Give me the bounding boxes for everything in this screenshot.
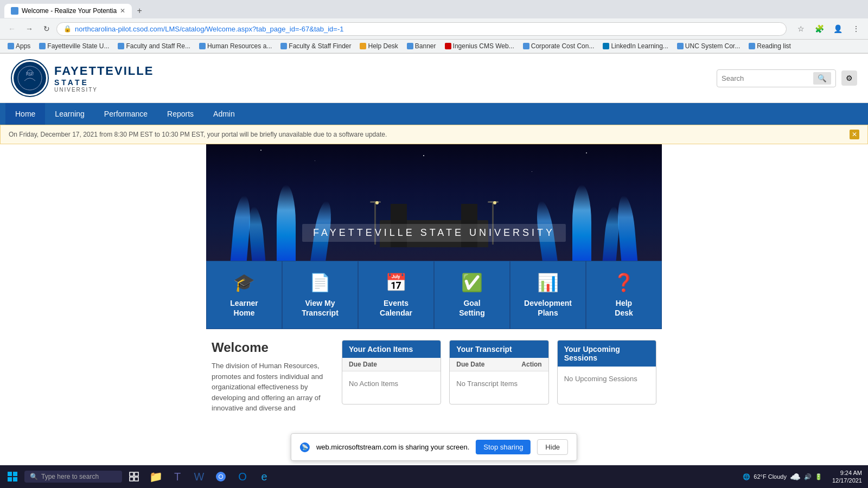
transcript-due-col: Due Date (456, 361, 484, 368)
start-button[interactable] (3, 467, 22, 486)
bookmark-hr[interactable]: Human Resources a... (196, 41, 275, 51)
extensions-button[interactable]: 🧩 (812, 21, 827, 36)
light-glow-r (493, 201, 496, 204)
bookmark-label: Corporate Cost Con... (531, 42, 595, 50)
bookmark-reading-list[interactable]: Reading list (745, 41, 794, 51)
main-nav: Home Learning Performance Reports Admin (0, 103, 868, 125)
settings-button[interactable]: ⚙ (841, 70, 857, 86)
events-calendar-button[interactable]: 📅 EventsCalendar (358, 261, 434, 329)
alert-close-button[interactable]: ✕ (850, 130, 859, 139)
bookmark-label: UNC System Cor... (685, 42, 740, 50)
bookmark-helpdesk[interactable]: Help Desk (356, 41, 401, 51)
upcoming-sessions-panel: Your Upcoming Sessions No Upcoming Sessi… (557, 340, 656, 404)
learner-home-button[interactable]: 🎓 LearnerHome (206, 261, 282, 329)
goal-label: GoalSetting (459, 298, 484, 318)
address-bar[interactable]: 🔒 northcarolina-pilot.csod.com/LMS/catal… (56, 22, 787, 36)
more-button[interactable]: ⋮ (848, 21, 864, 36)
taskbar-app-ie[interactable]: e (254, 467, 274, 486)
nav-admin[interactable]: Admin (203, 103, 245, 125)
bookmark-ingenius[interactable]: Ingenius CMS Web... (442, 41, 518, 51)
svg-rect-8 (135, 472, 138, 476)
screen-share-banner: 📡 web.microsoftstream.com is sharing you… (291, 433, 577, 461)
search-box: 🔍 (717, 69, 836, 87)
goal-setting-button[interactable]: ✅ GoalSetting (434, 261, 510, 329)
bookmark-apps[interactable]: Apps (4, 41, 34, 51)
unc-favicon (677, 43, 684, 49)
teams-icon: T (174, 471, 181, 483)
fountain-center-left (277, 185, 296, 261)
upcoming-header: Your Upcoming Sessions (558, 341, 656, 367)
logo-circle: FSU (11, 59, 49, 97)
taskbar-app-outlook[interactable]: O (233, 467, 252, 486)
nav-reports[interactable]: Reports (157, 103, 203, 125)
taskbar-app-chrome[interactable] (211, 467, 231, 486)
browser-chrome: Welcome - Realize Your Potentia ✕ + ← → … (0, 0, 868, 54)
transcript-subheader: Due Date Action (450, 358, 548, 371)
site-header: FSU FAYETTEVILLE STATE UNIVERSITY 🔍 ⚙ (0, 54, 868, 103)
reload-button[interactable]: ↻ (39, 21, 54, 36)
development-label: DevelopmentPlans (524, 298, 572, 318)
development-plans-button[interactable]: 📊 DevelopmentPlans (510, 261, 586, 329)
help-desk-button[interactable]: ❓ HelpDesk (586, 261, 662, 329)
bookmark-fsu[interactable]: Fayetteville State U... (36, 41, 112, 51)
back-button[interactable]: ← (4, 21, 20, 36)
apps-favicon (8, 43, 14, 49)
taskbar-search[interactable]: 🔍 Type here to search (24, 471, 122, 483)
search-icon: 🔍 (30, 473, 38, 480)
task-view-button[interactable] (124, 467, 144, 486)
bookmark-linkedin[interactable]: LinkedIn Learning... (599, 41, 671, 51)
logo-subtitle: UNIVERSITY (54, 87, 154, 93)
bookmark-finder[interactable]: Faculty & Staff Finder (277, 41, 354, 51)
taskbar-app-word[interactable]: W (189, 467, 209, 486)
reading-favicon (749, 43, 755, 49)
page-content: FSU FAYETTEVILLE STATE UNIVERSITY 🔍 ⚙ Ho… (0, 54, 868, 482)
welcome-section: Welcome The division of Human Resources,… (212, 340, 331, 414)
taskbar: 🔍 Type here to search 📁 T W O e 🌐 62°F C… (0, 465, 868, 488)
outlook-icon: O (238, 471, 247, 483)
chrome-icon (215, 471, 226, 482)
view-transcript-button[interactable]: 📄 View MyTranscript (282, 261, 358, 329)
taskbar-search-text: Type here to search (41, 473, 99, 480)
hero-title: FAYETTEVILLE STATE UNIVERSITY (313, 227, 555, 238)
bookmark-faculty-staff[interactable]: Faculty and Staff Re... (114, 41, 194, 51)
screen-share-message: web.microsoftstream.com is sharing your … (316, 443, 469, 451)
taskbar-clock[interactable]: 9:24 AM 12/17/2021 (829, 468, 865, 486)
bookmark-label: Banner (415, 42, 436, 50)
svg-rect-7 (130, 472, 133, 476)
upcoming-body: No Upcoming Sessions (558, 367, 656, 399)
nav-performance[interactable]: Performance (94, 103, 157, 125)
ie-icon: e (261, 471, 267, 483)
search-button[interactable]: 🔍 (813, 72, 831, 85)
no-transcript-items: No Transcript Items (456, 380, 518, 388)
hr-favicon (199, 43, 206, 49)
ingenius-favicon (445, 43, 451, 49)
tab-close-button[interactable]: ✕ (120, 7, 125, 15)
bookmark-banner[interactable]: Banner (404, 41, 439, 51)
hide-button[interactable]: Hide (537, 439, 568, 455)
bookmark-corporate[interactable]: Corporate Cost Con... (520, 41, 598, 51)
new-tab-button[interactable]: + (132, 3, 147, 18)
forward-button[interactable]: → (22, 21, 37, 36)
nav-learning[interactable]: Learning (45, 103, 94, 125)
taskbar-app-teams[interactable]: T (168, 467, 187, 486)
bookmark-label: Fayetteville State U... (47, 42, 109, 50)
bookmark-unc[interactable]: UNC System Cor... (674, 41, 743, 51)
browser-tab[interactable]: Welcome - Realize Your Potentia ✕ (4, 4, 132, 18)
three-panels: Your Action Items Due Date No Action Ite… (342, 340, 656, 404)
transcript-body: No Transcript Items (450, 371, 548, 404)
nav-home[interactable]: Home (5, 103, 45, 125)
light-glow (375, 201, 379, 204)
taskbar-app-files[interactable]: 📁 (146, 467, 165, 486)
volume-icon[interactable]: 🔊 (804, 473, 812, 480)
lock-icon: 🔒 (63, 25, 72, 33)
bookmark-label: Faculty and Staff Re... (126, 42, 190, 50)
star-button[interactable]: ☆ (793, 21, 808, 36)
quick-links-bar: 🎓 LearnerHome 📄 View MyTranscript 📅 Even… (206, 261, 662, 329)
profile-button[interactable]: 👤 (830, 21, 845, 36)
stop-sharing-button[interactable]: Stop sharing (476, 440, 531, 454)
action-items-body: No Action Items (342, 371, 441, 404)
helpdesk-label: HelpDesk (615, 298, 633, 318)
cloud-icon: ☁️ (790, 472, 801, 482)
tab-bar: Welcome - Realize Your Potentia ✕ + (0, 0, 868, 18)
search-input[interactable] (722, 74, 813, 82)
